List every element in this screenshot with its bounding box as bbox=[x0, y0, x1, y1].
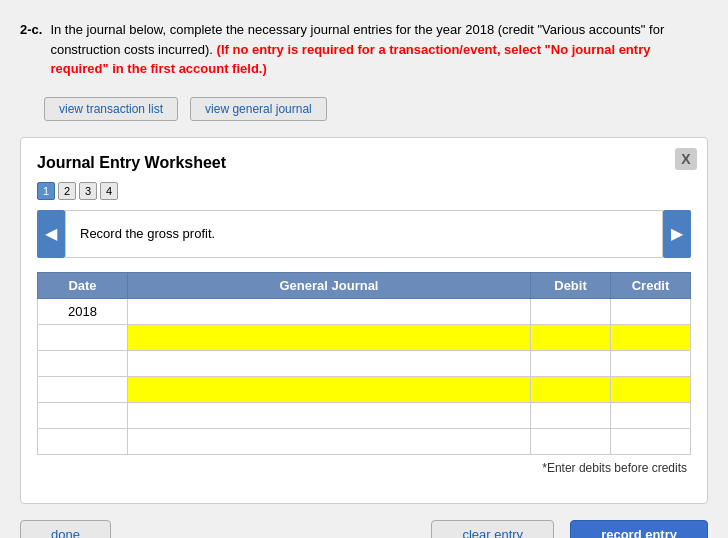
journal-table: Date General Journal Debit Credit 2018 bbox=[37, 272, 691, 455]
nav-row: ◀ Record the gross profit. ▶ bbox=[37, 210, 691, 258]
gj-cell[interactable] bbox=[128, 298, 531, 324]
debit-cell[interactable] bbox=[531, 376, 611, 402]
instruction-number: 2-c. bbox=[20, 20, 42, 79]
date-cell: 2018 bbox=[38, 298, 128, 324]
worksheet-container: Journal Entry Worksheet X 1 2 3 4 ◀ Reco… bbox=[20, 137, 708, 504]
tab-2[interactable]: 2 bbox=[58, 182, 76, 200]
clear-button[interactable]: clear entry bbox=[431, 520, 554, 539]
gj-cell[interactable] bbox=[128, 324, 531, 350]
instruction-text: In the journal below, complete the neces… bbox=[50, 20, 708, 79]
table-row bbox=[38, 324, 691, 350]
debit-cell[interactable] bbox=[531, 428, 611, 454]
col-credit: Credit bbox=[611, 272, 691, 298]
table-row: 2018 bbox=[38, 298, 691, 324]
done-button[interactable]: done bbox=[20, 520, 111, 539]
gj-cell[interactable] bbox=[128, 402, 531, 428]
gj-cell[interactable] bbox=[128, 428, 531, 454]
date-cell bbox=[38, 376, 128, 402]
credit-cell[interactable] bbox=[611, 324, 691, 350]
prev-arrow[interactable]: ◀ bbox=[37, 210, 65, 258]
enter-note: *Enter debits before credits bbox=[37, 461, 691, 475]
tab-row: 1 2 3 4 bbox=[37, 182, 691, 200]
date-cell bbox=[38, 402, 128, 428]
debit-cell[interactable] bbox=[531, 298, 611, 324]
col-gj: General Journal bbox=[128, 272, 531, 298]
bottom-buttons: done clear entry record entry bbox=[20, 520, 708, 539]
table-row bbox=[38, 376, 691, 402]
date-cell bbox=[38, 324, 128, 350]
credit-cell[interactable] bbox=[611, 428, 691, 454]
instruction-block: 2-c. In the journal below, complete the … bbox=[20, 20, 708, 79]
next-arrow[interactable]: ▶ bbox=[663, 210, 691, 258]
view-transaction-button[interactable]: view transaction list bbox=[44, 97, 178, 121]
debit-cell[interactable] bbox=[531, 402, 611, 428]
table-row bbox=[38, 428, 691, 454]
nav-instruction: Record the gross profit. bbox=[65, 210, 663, 258]
top-buttons: view transaction list view general journ… bbox=[44, 97, 708, 121]
col-debit: Debit bbox=[531, 272, 611, 298]
record-button[interactable]: record entry bbox=[570, 520, 708, 539]
credit-cell[interactable] bbox=[611, 350, 691, 376]
view-general-button[interactable]: view general journal bbox=[190, 97, 327, 121]
table-row bbox=[38, 350, 691, 376]
col-date: Date bbox=[38, 272, 128, 298]
gj-cell[interactable] bbox=[128, 376, 531, 402]
credit-cell[interactable] bbox=[611, 298, 691, 324]
credit-cell[interactable] bbox=[611, 376, 691, 402]
tab-4[interactable]: 4 bbox=[100, 182, 118, 200]
date-cell bbox=[38, 350, 128, 376]
tab-1[interactable]: 1 bbox=[37, 182, 55, 200]
debit-cell[interactable] bbox=[531, 350, 611, 376]
worksheet-title: Journal Entry Worksheet bbox=[37, 154, 691, 172]
table-row bbox=[38, 402, 691, 428]
debit-cell[interactable] bbox=[531, 324, 611, 350]
gj-cell[interactable] bbox=[128, 350, 531, 376]
tab-3[interactable]: 3 bbox=[79, 182, 97, 200]
date-cell bbox=[38, 428, 128, 454]
close-button[interactable]: X bbox=[675, 148, 697, 170]
credit-cell[interactable] bbox=[611, 402, 691, 428]
